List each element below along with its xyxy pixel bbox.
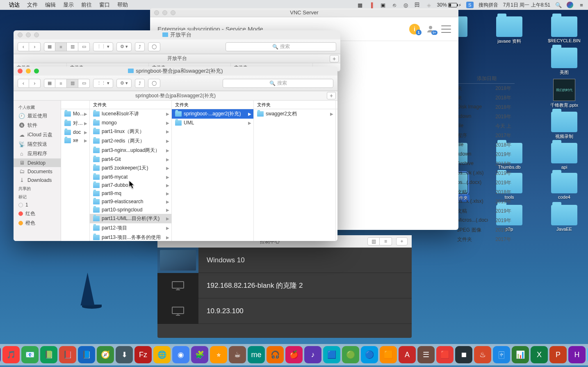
dock-app[interactable]: 📗 [40, 346, 57, 363]
menu-icon[interactable] [441, 25, 451, 33]
dock-app[interactable]: ☕︎ [229, 346, 246, 363]
ime-name[interactable]: 搜狗拼音 [479, 2, 498, 9]
desktop-icon[interactable]: JavaEE [546, 205, 582, 232]
users-icon[interactable]: 9+ [426, 24, 435, 34]
list-item[interactable]: part8-mq▶ [90, 189, 171, 197]
dock-app[interactable]: 📧 [21, 346, 39, 363]
list-item[interactable]: xe▶ [61, 136, 89, 145]
sidebar-tag[interactable]: 红色 [14, 209, 61, 218]
spotlight-icon[interactable]: 🔍 [555, 2, 562, 8]
view-switcher[interactable]: ▦≡▥▭ [44, 79, 90, 88]
dock-app[interactable]: 🀄︎ [493, 346, 510, 363]
dock-app[interactable]: Fz [134, 346, 152, 363]
view-switcher[interactable]: ▦≡▥▭ [44, 42, 90, 51]
status-icon[interactable]: ▣ [380, 2, 386, 8]
dock-app[interactable]: 🍎 [285, 346, 303, 363]
forward-button[interactable]: › [29, 79, 41, 88]
sidebar-tag[interactable]: 1 [14, 201, 61, 209]
list-row[interactable]: 文件夹2017年 [433, 235, 515, 244]
list-item[interactable]: lucene和solr不讲▶ [90, 109, 171, 119]
dock-app[interactable]: ☰ [417, 346, 435, 363]
sidebar-item[interactable]: ☁︎iCloud 云盘 [14, 130, 61, 140]
list-item[interactable]: swagger2文档▶ [254, 109, 335, 119]
new-tab-button[interactable]: + [330, 55, 339, 62]
dock-app[interactable]: ◉ [172, 346, 189, 363]
app-menu[interactable]: 访达 [9, 1, 20, 9]
column-3[interactable]: swagger2文档▶ [254, 109, 336, 241]
sidebar-item[interactable]: 🖥Desktop [14, 158, 61, 167]
back-button[interactable]: ‹ [18, 79, 29, 88]
menu-file[interactable]: 文件 [27, 1, 38, 9]
notification-center-icon[interactable]: ≡ [578, 2, 585, 8]
arrange-button[interactable]: ⋮⋮ ▾ [93, 79, 113, 88]
recording-icon[interactable]: ǁ [368, 2, 375, 8]
dock-app[interactable]: X [531, 346, 548, 363]
action-button[interactable]: ⚙︎ ▾ [116, 42, 132, 51]
dock-app[interactable]: 🌐 [0, 346, 1, 363]
forward-button[interactable]: › [29, 42, 41, 51]
dock-app[interactable]: H [568, 346, 586, 363]
titlebar[interactable]: springboot-整合jpa和swagger2(补充) [14, 67, 337, 76]
list-item[interactable]: part5 zookeeper(1天)▶ [90, 163, 171, 173]
back-button[interactable]: ‹ [18, 42, 29, 51]
desktop-icon[interactable]: 美图 [546, 48, 582, 76]
desktop-icon[interactable]: api [546, 143, 582, 170]
dock-app[interactable]: 🎵 [2, 346, 20, 363]
dock-app[interactable]: 📕 [59, 346, 76, 363]
desktop-icon[interactable]: 视频录制 [546, 112, 582, 140]
dock-app[interactable]: ♪ [304, 346, 321, 363]
tags-button[interactable]: ◯ [148, 42, 160, 51]
dock-app[interactable]: ♨︎ [474, 346, 491, 363]
wifi-icon[interactable]: ◈ [426, 2, 432, 8]
list-item[interactable]: mongo▶ [90, 119, 171, 127]
view-switcher[interactable]: ▥≡ [367, 237, 392, 245]
column-1[interactable]: lucene和solr不讲▶mongo▶part1-linux（两天）▶part… [90, 109, 172, 241]
list-item[interactable]: UML▶ [172, 119, 253, 127]
dock-app[interactable]: me [248, 346, 265, 363]
dock-app[interactable]: 🧩 [191, 346, 208, 363]
titlebar[interactable]: 开放平台 [14, 30, 340, 39]
list-item[interactable]: part1-linux（两天）▶ [90, 127, 171, 136]
list-item[interactable]: springboot-...agger2(补充)▶ [172, 109, 253, 119]
status-icon[interactable]: ⎋ [391, 2, 398, 8]
list-item[interactable]: part11-UML...目分析(半天)▶ [90, 214, 171, 223]
menu-help[interactable]: 帮助 [117, 1, 128, 9]
siri-icon[interactable] [567, 2, 573, 8]
list-item[interactable]: part3-nginx...upload两天）▶ [90, 146, 171, 155]
dock-app[interactable]: ⭐︎ [210, 346, 227, 363]
list-item[interactable]: part4-Git▶ [90, 155, 171, 163]
list-item[interactable]: doc▶ [61, 128, 89, 136]
vm-row[interactable]: 10.9.23.100 [157, 298, 412, 324]
list-item[interactable]: part9-elasticsearch▶ [90, 197, 171, 206]
status-icon[interactable]: ◎ [403, 2, 409, 8]
dock-app[interactable]: 🧭 [97, 346, 114, 363]
menu-view[interactable]: 显示 [63, 1, 74, 9]
sidebar-tag[interactable]: 橙色 [14, 218, 61, 228]
column-0[interactable]: Mock测试▶对象编程▶doc▶xe▶ [61, 109, 90, 241]
sidebar-item[interactable]: 📡隔空投送 [14, 140, 61, 149]
dock-app[interactable]: 🟦 [323, 346, 340, 363]
dock-app[interactable]: 🔵 [361, 346, 378, 363]
sidebar-item[interactable]: 🅐软件 [14, 121, 61, 130]
tab[interactable]: 开放平台 [167, 55, 187, 62]
vm-row[interactable]: 192.168.82.126-blank 的克隆 2 [157, 273, 412, 298]
dock-app[interactable]: 🟥 [436, 346, 454, 363]
status-icon[interactable]: ▦ [357, 2, 363, 8]
list-item[interactable]: part2-redis（两天）▶ [90, 136, 171, 146]
dock-app[interactable]: P [549, 346, 567, 363]
dock-app[interactable]: ⬛︎ [455, 346, 472, 363]
tab[interactable]: springboot-整合jpa和swagger2(补充) [135, 92, 216, 99]
dock-app[interactable]: 📘 [78, 346, 95, 363]
column-2[interactable]: springboot-...agger2(补充)▶UML▶ [172, 109, 254, 241]
list-item[interactable]: part6-mycat▶ [90, 173, 171, 181]
share-button[interactable]: ⤴︎ [135, 42, 145, 51]
menu-go[interactable]: 前往 [81, 1, 92, 9]
dock-app[interactable]: 🌐 [153, 346, 171, 363]
tags-button[interactable]: ◯ [148, 79, 160, 88]
sidebar-item[interactable]: ⤓Downloads [14, 176, 61, 184]
vm-row[interactable]: Windows 10 [157, 248, 412, 273]
arrange-button[interactable]: ⋮⋮ ▾ [93, 42, 113, 51]
dock-app[interactable]: 🎧 [267, 346, 284, 363]
dock-app[interactable]: 📊 [512, 346, 529, 363]
desktop-icon[interactable]: javaee 资料 [491, 16, 527, 44]
